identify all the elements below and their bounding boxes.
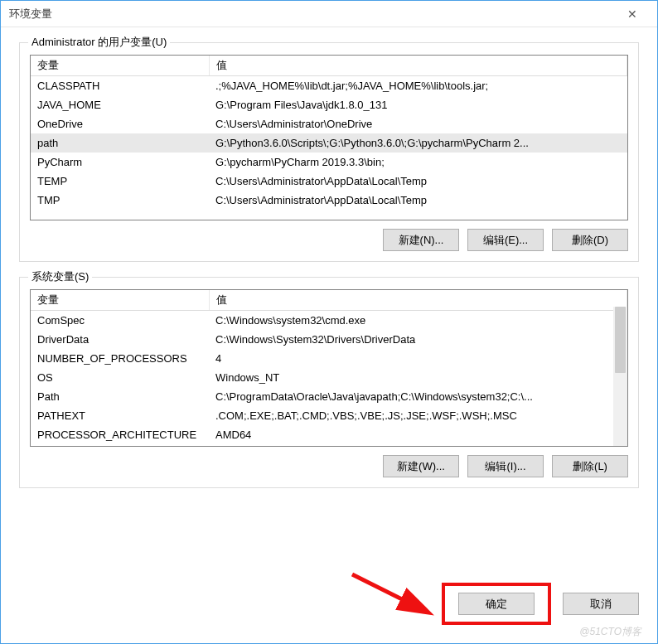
var-value: G:\pycharm\PyCharm 2019.3.3\bin;: [209, 153, 627, 172]
var-name: PROCESSOR_ARCHITECTURE: [31, 425, 209, 444]
watermark-text: @51CTO博客: [579, 625, 641, 639]
var-name: OneDrive: [31, 114, 209, 133]
sys-group-legend: 系统变量(S): [28, 269, 92, 284]
user-delete-button[interactable]: 删除(D): [552, 229, 628, 251]
var-value: 4: [209, 349, 627, 368]
var-name: TMP: [31, 191, 209, 210]
var-value: G:\Python3.6.0\Scripts\;G:\Python3.6.0\;…: [209, 133, 627, 153]
env-vars-window: 环境变量 ✕ Administrator 的用户变量(U) 变量 值 CLASS…: [0, 0, 658, 644]
var-value: .COM;.EXE;.BAT;.CMD;.VBS;.VBE;.JS;.JSE;.…: [209, 406, 627, 425]
dialog-footer: 确定 取消: [1, 578, 657, 643]
var-name: CLASSPATH: [31, 76, 209, 95]
table-row[interactable]: PROCESSOR_ARCHITECTUREAMD64: [31, 425, 627, 444]
system-variables-table[interactable]: 变量 值 ComSpecC:\Windows\system32\cmd.exeD…: [30, 289, 628, 447]
var-value: C:\Windows\System32\Drivers\DriverData: [209, 330, 627, 349]
sys-col-variable[interactable]: 变量: [31, 290, 209, 311]
var-value: Windows_NT: [209, 368, 627, 387]
user-edit-button[interactable]: 编辑(E)...: [467, 229, 544, 251]
var-value: C:\Users\Administrator\AppData\Local\Tem…: [209, 191, 627, 210]
user-buttons-row: 新建(N)... 编辑(E)... 删除(D): [30, 229, 628, 251]
table-row[interactable]: ComSpecC:\Windows\system32\cmd.exe: [31, 311, 627, 330]
var-value: G:\Program Files\Java\jdk1.8.0_131: [209, 95, 627, 114]
table-row[interactable]: PathC:\ProgramData\Oracle\Java\javapath;…: [31, 387, 627, 406]
var-name: PyCharm: [31, 153, 209, 172]
user-variables-table[interactable]: 变量 值 CLASSPATH.;%JAVA_HOME%\lib\dt.jar;%…: [30, 55, 628, 220]
var-value: C:\ProgramData\Oracle\Java\javapath;C:\W…: [209, 387, 627, 406]
ok-highlight-box: 确定: [442, 583, 551, 625]
close-icon[interactable]: ✕: [616, 7, 649, 21]
user-new-button[interactable]: 新建(N)...: [383, 229, 459, 251]
user-col-value[interactable]: 值: [209, 56, 627, 76]
var-value: C:\Users\Administrator\AppData\Local\Tem…: [209, 172, 627, 191]
var-name: NUMBER_OF_PROCESSORS: [31, 349, 209, 368]
sys-scrollbar[interactable]: [613, 307, 627, 446]
system-variables-group: 系统变量(S) 变量 值 ComSpecC:\Windows\system32\…: [19, 277, 639, 488]
sys-buttons-row: 新建(W)... 编辑(I)... 删除(L): [30, 455, 628, 477]
cancel-button[interactable]: 取消: [563, 593, 639, 615]
var-value: C:\Windows\system32\cmd.exe: [209, 311, 627, 330]
table-row[interactable]: TMPC:\Users\Administrator\AppData\Local\…: [31, 191, 627, 210]
table-row[interactable]: DriverDataC:\Windows\System32\Drivers\Dr…: [31, 330, 627, 349]
scrollbar-thumb[interactable]: [615, 307, 626, 373]
table-row[interactable]: CLASSPATH.;%JAVA_HOME%\lib\dt.jar;%JAVA_…: [31, 76, 627, 95]
var-name: ComSpec: [31, 311, 209, 330]
table-row[interactable]: TEMPC:\Users\Administrator\AppData\Local…: [31, 172, 627, 191]
client-area: Administrator 的用户变量(U) 变量 值 CLASSPATH.;%…: [1, 27, 657, 578]
var-name: Path: [31, 387, 209, 406]
var-name: TEMP: [31, 172, 209, 191]
var-name: OS: [31, 368, 209, 387]
table-row[interactable]: NUMBER_OF_PROCESSORS4: [31, 349, 627, 368]
sys-new-button[interactable]: 新建(W)...: [383, 455, 459, 477]
table-row[interactable]: OneDriveC:\Users\Administrator\OneDrive: [31, 114, 627, 133]
sys-delete-button[interactable]: 删除(L): [552, 455, 628, 477]
table-row[interactable]: OSWindows_NT: [31, 368, 627, 387]
user-group-legend: Administrator 的用户变量(U): [28, 35, 170, 50]
var-name: JAVA_HOME: [31, 95, 209, 114]
table-row[interactable]: PyCharmG:\pycharm\PyCharm 2019.3.3\bin;: [31, 153, 627, 172]
var-name: DriverData: [31, 330, 209, 349]
var-value: C:\Users\Administrator\OneDrive: [209, 114, 627, 133]
window-title: 环境变量: [9, 7, 52, 22]
var-name: PATHEXT: [31, 406, 209, 425]
var-name: path: [31, 133, 209, 153]
table-row[interactable]: pathG:\Python3.6.0\Scripts\;G:\Python3.6…: [31, 133, 627, 153]
var-value: .;%JAVA_HOME%\lib\dt.jar;%JAVA_HOME%\lib…: [209, 76, 627, 95]
var-value: AMD64: [209, 425, 627, 444]
user-variables-group: Administrator 的用户变量(U) 变量 值 CLASSPATH.;%…: [19, 42, 639, 262]
table-row[interactable]: JAVA_HOMEG:\Program Files\Java\jdk1.8.0_…: [31, 95, 627, 114]
titlebar: 环境变量 ✕: [1, 1, 657, 27]
ok-button[interactable]: 确定: [458, 593, 535, 615]
sys-col-value[interactable]: 值: [209, 290, 627, 311]
table-row[interactable]: PATHEXT.COM;.EXE;.BAT;.CMD;.VBS;.VBE;.JS…: [31, 406, 627, 425]
sys-edit-button[interactable]: 编辑(I)...: [467, 455, 544, 477]
user-col-variable[interactable]: 变量: [31, 56, 209, 76]
